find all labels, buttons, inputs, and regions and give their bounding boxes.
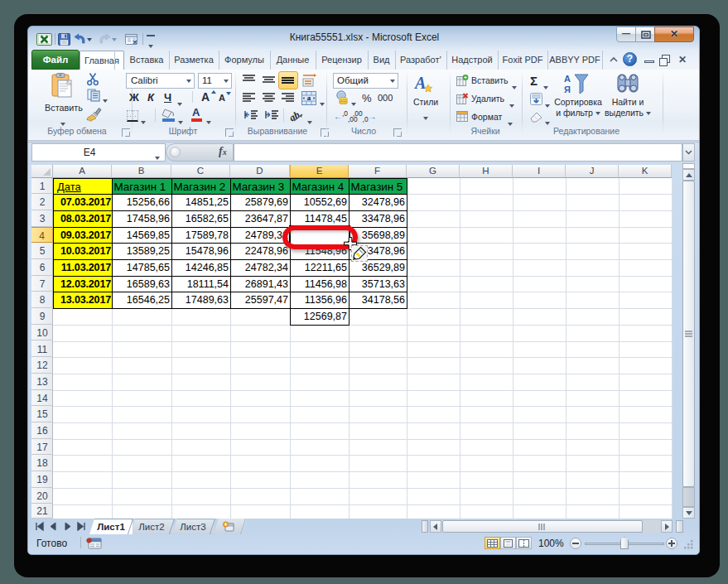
svg-text:A: A bbox=[414, 74, 426, 92]
svg-text:Я: Я bbox=[564, 84, 571, 94]
svg-text:А: А bbox=[564, 74, 571, 84]
svg-text:a: a bbox=[307, 94, 311, 102]
